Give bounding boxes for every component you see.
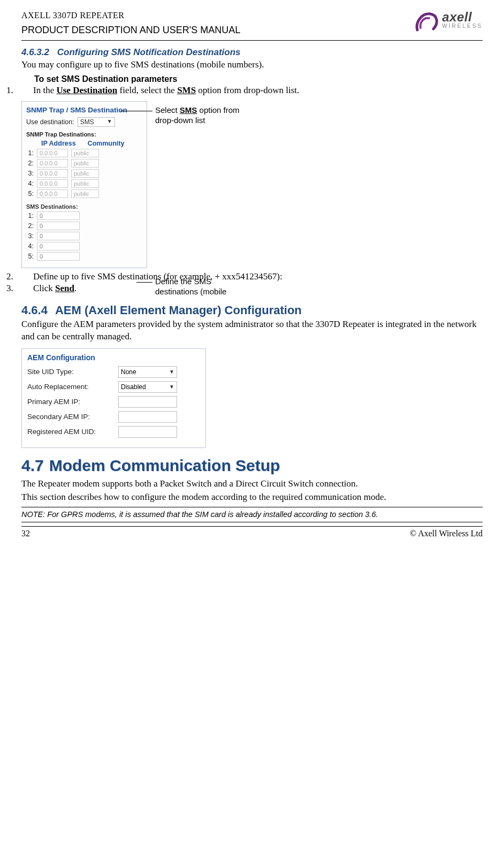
step-1-use-destination: Use Destination [56,85,117,95]
intro-text: You may configure up to five SMS destina… [21,59,483,71]
row-num: 4: [26,180,34,187]
table-row: 4:0 [26,242,142,250]
aem-label: Auto Replacement: [27,383,114,391]
logo-brand: axell [442,11,483,24]
aem-label: Secondary AEM IP: [27,413,114,421]
step-list-cont: 2.Define up to five SMS destinations (fo… [21,271,483,294]
header-divider [21,40,483,41]
step-3-text-a: Click [33,283,55,293]
heading-title: AEM (Axell Element Manager) Configuratio… [55,303,302,317]
heading-4-6-4: 4.6.4AEM (Axell Element Manager) Configu… [21,303,483,317]
ip-input[interactable]: 0.0.0.0 [37,179,68,188]
step-1-text-e: option from drop-down list. [196,85,299,95]
row-num: 1: [26,149,34,157]
sms-input[interactable]: 0 [37,242,80,250]
ip-input[interactable]: 0.0.0.0 [37,149,68,157]
annotation-select-sms: Select SMS option from drop-down list [155,105,240,126]
figure-sms-destination: SNMP Trap / SMS Destination Use destinat… [21,101,483,268]
modem-p2: This section describes how to configure … [21,491,483,504]
row-num: 1: [26,212,34,219]
sms-input[interactable]: 0 [37,211,80,220]
step-1-sms: SMS [177,85,196,95]
header-left: AXELL 3307D REPEATER PRODUCT DESCRIPTION… [21,11,240,36]
sms-input[interactable]: 0 [37,222,80,230]
annot-sms-bold: SMS [180,105,197,115]
aem-label: Registered AEM UID: [27,428,114,436]
aem-label: Primary AEM IP: [27,398,114,406]
col-community: Community [88,140,125,147]
auto-replacement-select[interactable]: Disabled▼ [118,381,177,393]
use-destination-row: Use destination: SMS ▼ [26,117,142,127]
aem-row-primary-ip: Primary AEM IP: [27,396,200,408]
table-row: 3:0 [26,232,142,240]
secondary-aem-ip-input[interactable] [118,411,177,423]
note-gprs: NOTE: For GPRS modems, it is assumed tha… [21,507,483,523]
registered-aem-uid-input[interactable] [118,426,177,438]
use-destination-select[interactable]: SMS ▼ [78,117,115,127]
ip-input[interactable]: 0.0.0.0 [37,189,68,198]
page-number: 32 [21,529,30,538]
sms-input[interactable]: 0 [37,232,80,240]
step-3: 3.Click Send. [21,283,483,294]
chevron-down-icon: ▼ [107,118,112,124]
step-1-text-a: In the [33,85,56,95]
aem-row-auto-replacement: Auto Replacement: Disabled▼ [27,381,200,393]
modem-p1: The Repeater modem supports both a Packe… [21,478,483,490]
heading-4-7: 4.7Modem Communication Setup [21,457,483,475]
aem-row-registered-uid: Registered AEM UID: [27,426,200,438]
community-input[interactable]: public [71,179,99,188]
heading-number: 4.7 [21,457,44,474]
snmp-sms-panel: SNMP Trap / SMS Destination Use destinat… [21,101,147,268]
snmp-table-head: IP Address Community [41,140,142,147]
step-1-number: 1. [21,85,33,96]
table-row: 1:0.0.0.0public [26,149,142,157]
aem-value: None [121,368,136,376]
table-row: 5:0 [26,252,142,261]
chevron-down-icon: ▼ [169,369,174,375]
community-input[interactable]: public [71,149,99,157]
subhead-set-sms: To set SMS Destination parameters [34,74,483,84]
site-uid-select[interactable]: None▼ [118,366,177,378]
heading-number: 4.6.3.2 [21,47,49,57]
step-1-text-c: field, select the [117,85,177,95]
heading-4-6-3-2: 4.6.3.2 Configuring SMS Notification Des… [21,47,483,58]
step-3-send: Send [55,283,74,293]
ip-input[interactable]: 0.0.0.0 [37,159,68,168]
table-row: 4:0.0.0.0public [26,179,142,188]
annot-text: drop-down list [155,116,205,125]
row-num: 4: [26,242,34,250]
heading-title: Modem Communication Setup [49,457,280,474]
chevron-down-icon: ▼ [169,384,174,390]
panel-title: SNMP Trap / SMS Destination [26,106,142,114]
table-row: 5:0.0.0.0public [26,189,142,198]
table-row: 3:0.0.0.0public [26,169,142,178]
step-3-number: 3. [21,283,33,294]
annot-text: destinations (mobile [155,287,226,296]
community-input[interactable]: public [71,189,99,198]
aem-panel-title: AEM Configuration [27,353,200,362]
logo-swirl-icon [414,11,439,33]
annot-text: Select [155,105,180,115]
community-input[interactable]: public [71,159,99,168]
row-num: 2: [26,222,34,230]
aem-config-panel: AEM Configuration Site UID Type: None▼ A… [21,348,206,448]
annot-text: Define the SMS [155,277,211,286]
ip-input[interactable]: 0.0.0.0 [37,169,68,178]
annotation-connector [120,111,152,111]
logo: axell WIRELESS [414,11,483,33]
community-input[interactable]: public [71,169,99,178]
page-header: AXELL 3307D REPEATER PRODUCT DESCRIPTION… [21,11,483,36]
row-num: 3: [26,232,34,240]
logo-text: axell WIRELESS [442,11,483,29]
table-row: 2:0.0.0.0public [26,159,142,168]
sms-input[interactable]: 0 [37,252,80,261]
primary-aem-ip-input[interactable] [118,396,177,408]
product-line: AXELL 3307D REPEATER [21,11,240,20]
table-row: 2:0 [26,222,142,230]
page-footer: 32 © Axell Wireless Ltd [21,526,483,538]
step-2-number: 2. [21,271,33,282]
table-row: 1:0 [26,211,142,220]
annotation-define-sms: Define the SMS destinations (mobile [155,277,226,297]
row-num: 2: [26,159,34,167]
step-1: 1.In the Use Destination field, select t… [21,85,483,96]
